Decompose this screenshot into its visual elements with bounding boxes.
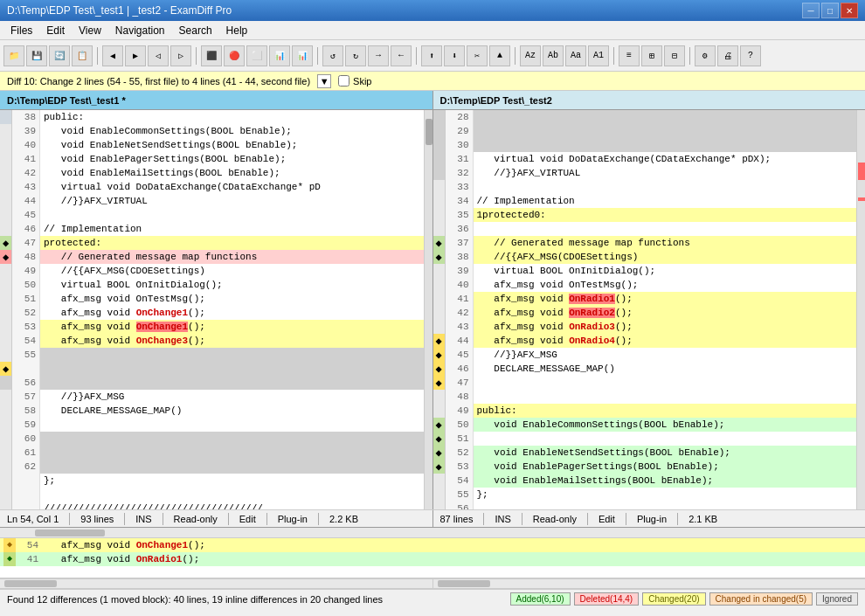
left-code-area: ◆ ◆ ◆ xyxy=(0,110,432,509)
toolbar-btn23[interactable]: Ab xyxy=(543,45,564,66)
minimize-button[interactable]: ─ xyxy=(802,3,820,18)
bottom-message: Found 12 differences (1 moved block): 40… xyxy=(7,594,383,605)
code-line: //{{AFX_MSG(CDOESettings) xyxy=(40,264,432,278)
menu-help[interactable]: Help xyxy=(219,21,255,40)
right-pane-title: D:\Temp\EDP Test\_test2 xyxy=(440,95,552,106)
code-line: //}}AFX_MSG xyxy=(474,348,866,362)
menu-view[interactable]: View xyxy=(72,21,108,40)
toolbar-btn9[interactable]: ⬛ xyxy=(201,45,222,66)
toolbar-btn6[interactable]: ▶ xyxy=(125,45,146,66)
code-line: public: xyxy=(474,404,866,418)
code-line: //{{AFX_MSG(CDOESettings) xyxy=(474,250,866,264)
toolbar-btn20[interactable]: ✂ xyxy=(467,45,488,66)
bottom-code: afx_msg void OnRadio1(); xyxy=(44,552,199,566)
toolbar-btn27[interactable]: ⊞ xyxy=(641,45,662,66)
code-line: //}}AFX_VIRTUAL xyxy=(474,166,866,180)
code-line xyxy=(40,418,432,432)
menu-files[interactable]: Files xyxy=(3,21,39,40)
code-line: void EnableNetSendSettings(BOOL bEnable)… xyxy=(40,138,432,152)
toolbar-refresh-btn[interactable]: 🔄 xyxy=(49,45,70,66)
toolbar-btn16[interactable]: → xyxy=(368,45,389,66)
toolbar-btn13[interactable]: 📊 xyxy=(292,45,313,66)
diffbar-dropdown[interactable]: ▼ xyxy=(317,74,331,88)
code-line: afx_msg void OnTestMsg(); xyxy=(40,292,432,306)
right-scrollbar[interactable] xyxy=(856,110,865,509)
left-ins: INS xyxy=(135,514,151,524)
toolbar-btn7[interactable]: ◁ xyxy=(148,45,169,66)
left-pane-content[interactable]: ◆ ◆ ◆ xyxy=(0,110,432,509)
code-line: afx_msg void OnRadio2(); xyxy=(474,306,866,320)
right-readonly: Read-only xyxy=(533,514,577,524)
code-line: afx_msg void OnTestMsg(); xyxy=(474,278,866,292)
code-line: // Implementation xyxy=(474,194,866,208)
toolbar-btn5[interactable]: ◀ xyxy=(102,45,123,66)
code-line: DECLARE_MESSAGE_MAP() xyxy=(474,362,866,376)
toolbar-btn25[interactable]: A1 xyxy=(588,45,609,66)
diffbar: Diff 10: Change 2 lines (54 - 55, first … xyxy=(0,72,865,91)
toolbar-btn29[interactable]: ⚙ xyxy=(695,45,716,66)
code-line: DECLARE_MESSAGE_MAP() xyxy=(40,404,432,418)
left-size: 2.2 KB xyxy=(329,514,358,524)
code-line: virtual BOOL OnInitDialog(); xyxy=(40,278,432,292)
toolbar-btn8[interactable]: ▷ xyxy=(170,45,191,66)
menu-search[interactable]: Search xyxy=(172,21,219,40)
toolbar-btn22[interactable]: Az xyxy=(520,45,541,66)
toolbar-btn30[interactable]: 🖨 xyxy=(717,45,738,66)
menu-edit[interactable]: Edit xyxy=(39,21,72,40)
code-line xyxy=(40,460,432,474)
code-line: afx_msg void OnChange3(); xyxy=(40,334,432,348)
right-line-numbers: 28 29 30 31 32 33 34 35 36 37 38 39 40 4… xyxy=(446,110,474,509)
bottom-scrollbar[interactable] xyxy=(0,578,865,589)
code-line: //}}AFX_VIRTUAL xyxy=(40,194,432,208)
code-line: protected: xyxy=(40,236,432,250)
code-line xyxy=(474,502,866,509)
badge-container: Added(6,10) Deleted(14,4) Changed(20) Ch… xyxy=(510,592,858,606)
bottom-gutter-cell: ◆ xyxy=(3,538,16,552)
code-line: afx_msg void OnRadio1(); xyxy=(474,292,866,306)
toolbar-btn14[interactable]: ↺ xyxy=(322,45,343,66)
changed-in-badge: Changed in changed(5) xyxy=(709,592,813,606)
toolbar-btn19[interactable]: ⬇ xyxy=(444,45,465,66)
bottom-line-num: 41 xyxy=(16,552,44,566)
code-line: void EnableNetSendSettings(BOOL bEnable)… xyxy=(474,446,866,460)
close-button[interactable]: ✕ xyxy=(841,3,858,18)
right-pane-content[interactable]: ◆ ◆ ◆ ◆ ◆ ◆ ◆ ◆ ◆ ◆ xyxy=(433,110,866,509)
right-lines: 87 lines xyxy=(440,514,474,524)
toolbar-btn17[interactable]: ← xyxy=(391,45,412,66)
toolbar-btn31[interactable]: ? xyxy=(740,45,761,66)
toolbar-btn4[interactable]: 📋 xyxy=(72,45,93,66)
right-code-lines[interactable]: virtual void DoDataExchange(CDataExchang… xyxy=(474,110,866,509)
toolbar-btn11[interactable]: ⬜ xyxy=(246,45,267,66)
toolbar-btn10[interactable]: 🔴 xyxy=(224,45,245,66)
bottom-status-bar: Found 12 differences (1 moved block): 40… xyxy=(0,589,865,608)
dual-statusbar: Ln 54, Col 1 93 lines INS Read-only Edit… xyxy=(0,510,865,528)
maximize-button[interactable]: □ xyxy=(821,3,839,18)
left-code-lines[interactable]: public: void EnableCommonSettings(BOOL b… xyxy=(40,110,432,509)
horizontal-scrollbar[interactable] xyxy=(0,528,865,538)
toolbar-btn26[interactable]: ≡ xyxy=(619,45,640,66)
right-pane: D:\Temp\EDP Test\_test2 ◆ ◆ xyxy=(433,91,866,509)
toolbar: 📁 💾 🔄 📋 ◀ ▶ ◁ ▷ ⬛ 🔴 ⬜ 📊 📊 ↺ ↻ → ← ⬆ ⬇ ✂ … xyxy=(0,40,865,72)
right-plugin: Plug-in xyxy=(637,514,667,524)
toolbar-open-btn[interactable]: 📁 xyxy=(3,45,24,66)
code-line: // Generated message map functions xyxy=(40,250,432,264)
toolbar-btn12[interactable]: 📊 xyxy=(269,45,290,66)
diffbar-text: Diff 10: Change 2 lines (54 - 55, first … xyxy=(7,76,310,87)
toolbar-btn21[interactable]: ▲ xyxy=(489,45,510,66)
toolbar-btn24[interactable]: Aa xyxy=(565,45,586,66)
toolbar-save-btn[interactable]: 💾 xyxy=(26,45,47,66)
right-size: 2.1 KB xyxy=(689,514,717,524)
code-line xyxy=(40,362,432,376)
code-line xyxy=(474,376,866,390)
code-line: afx_msg void OnRadio4(); xyxy=(474,334,866,348)
added-badge: Added(6,10) xyxy=(510,592,571,606)
toolbar-btn18[interactable]: ⬆ xyxy=(421,45,442,66)
left-scrollbar[interactable] xyxy=(424,110,432,509)
menu-navigation[interactable]: Navigation xyxy=(108,21,172,40)
code-line: afx_msg void OnChange1(); xyxy=(40,320,432,334)
skip-checkbox[interactable] xyxy=(338,75,349,87)
toolbar-btn15[interactable]: ↻ xyxy=(345,45,366,66)
toolbar-btn28[interactable]: ⊟ xyxy=(664,45,685,66)
titlebar-controls: ─ □ ✕ xyxy=(802,3,858,18)
right-code-area: ◆ ◆ ◆ ◆ ◆ ◆ ◆ ◆ ◆ ◆ xyxy=(433,110,866,509)
